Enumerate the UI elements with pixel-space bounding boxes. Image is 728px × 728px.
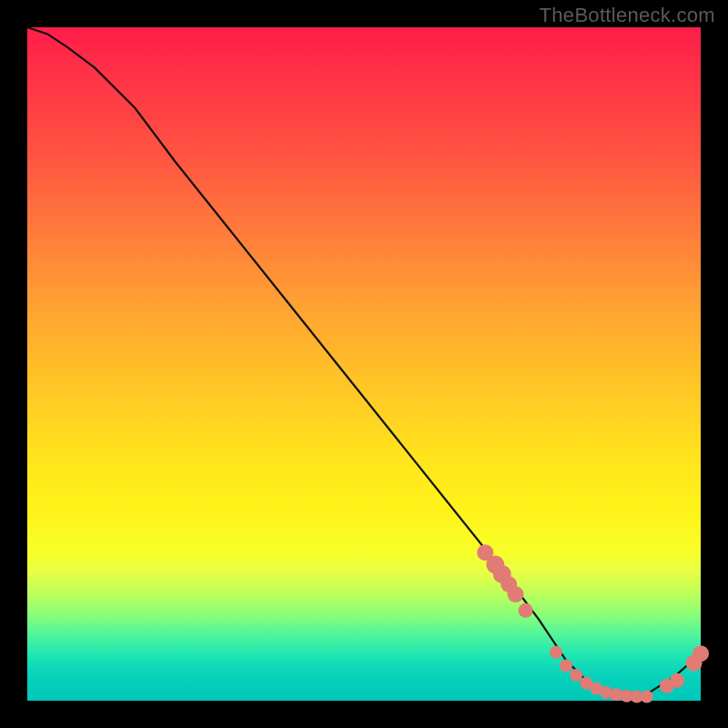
gradient-panel bbox=[27, 27, 701, 701]
scatter-dot bbox=[550, 646, 562, 659]
chart-stage: TheBottleneck.com bbox=[0, 0, 728, 728]
series-line bbox=[27, 27, 701, 697]
scatter-dot bbox=[570, 669, 582, 682]
scatter-dot bbox=[519, 603, 533, 618]
scatter-dot bbox=[670, 673, 684, 688]
scatter-dot bbox=[693, 645, 709, 662]
chart-svg bbox=[27, 27, 701, 701]
watermark-text: TheBottleneck.com bbox=[540, 4, 715, 27]
scatter-dot bbox=[508, 586, 524, 602]
scatter-dot bbox=[641, 691, 653, 703]
scatter-dot bbox=[560, 660, 572, 672]
scatter-dots bbox=[477, 544, 709, 703]
